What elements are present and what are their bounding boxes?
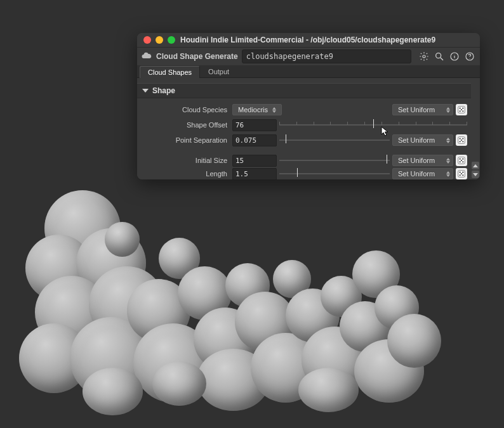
randomize-button[interactable] — [456, 104, 467, 115]
section-shape[interactable]: Shape — [137, 83, 480, 98]
param-label: Cloud Species — [141, 106, 230, 113]
param-label: Initial Size — [141, 157, 230, 164]
randomize-button[interactable] — [456, 134, 467, 146]
node-name-input[interactable] — [242, 49, 411, 63]
initial-size-input[interactable] — [232, 155, 277, 167]
set-uniform-button[interactable]: Set Uniform — [392, 134, 453, 146]
dropdown-arrows-icon — [446, 171, 450, 177]
svg-point-6 — [462, 108, 463, 109]
svg-point-20 — [460, 161, 461, 162]
param-cloud-species: Cloud Species Mediocris Set Uniform — [137, 102, 480, 117]
svg-point-23 — [460, 172, 461, 173]
svg-point-7 — [461, 109, 462, 110]
parameter-window: Houdini Indie Limited-Commercial - /obj/… — [137, 33, 480, 179]
chevron-down-icon — [142, 89, 149, 93]
point-separation-slider[interactable] — [279, 137, 390, 143]
param-initial-size: Initial Size Set Uniform — [137, 153, 480, 168]
search-icon[interactable] — [433, 50, 446, 63]
dropdown-arrows-icon — [272, 107, 276, 113]
dropdown-arrows-icon — [446, 138, 450, 143]
svg-point-24 — [462, 172, 463, 173]
param-length: Length Set Uniform — [137, 168, 480, 179]
dropdown-arrows-icon — [446, 158, 450, 164]
length-slider[interactable] — [279, 171, 390, 177]
svg-point-18 — [462, 159, 463, 160]
point-separation-input[interactable] — [232, 134, 277, 146]
shape-offset-input[interactable] — [232, 119, 277, 131]
svg-point-11 — [460, 138, 461, 139]
titlebar[interactable]: Houdini Indie Limited-Commercial - /obj/… — [137, 33, 480, 48]
node-header: Cloud Shape Generate — [137, 48, 480, 65]
param-label: Point Separation — [141, 136, 230, 144]
randomize-button[interactable] — [456, 168, 467, 179]
length-input[interactable] — [232, 168, 277, 179]
info-icon[interactable] — [448, 50, 461, 63]
maximize-icon[interactable] — [168, 36, 175, 44]
svg-point-17 — [460, 159, 461, 160]
svg-point-5 — [460, 108, 461, 109]
svg-point-19 — [461, 160, 462, 161]
cloud-species-dropdown[interactable]: Mediocris — [232, 104, 282, 115]
svg-point-13 — [461, 139, 462, 141]
param-point-separation: Point Separation Set Uniform — [137, 133, 480, 148]
svg-point-21 — [462, 161, 463, 162]
set-uniform-button[interactable]: Set Uniform — [392, 168, 453, 179]
tab-cloud-shapes[interactable]: Cloud Shapes — [140, 66, 200, 78]
svg-point-25 — [461, 173, 462, 174]
svg-point-14 — [460, 141, 461, 142]
set-uniform-button[interactable]: Set Uniform — [392, 155, 453, 166]
node-type-label: Cloud Shape Generate — [156, 52, 238, 61]
svg-point-0 — [423, 55, 425, 58]
param-label: Shape Offset — [141, 121, 230, 129]
svg-point-27 — [462, 174, 463, 176]
scroll-down-button[interactable] — [472, 171, 479, 178]
cloud-node-icon — [141, 51, 152, 62]
shape-offset-slider[interactable] — [279, 122, 467, 128]
svg-point-9 — [462, 110, 463, 112]
param-shape-offset: Shape Offset — [137, 117, 480, 133]
viewport-render — [0, 165, 457, 425]
svg-point-12 — [462, 138, 463, 139]
parameter-panel: Shape Cloud Species Mediocris Set Unifor… — [137, 78, 480, 179]
window-title: Houdini Indie Limited-Commercial - /obj/… — [180, 36, 435, 44]
set-uniform-button[interactable]: Set Uniform — [392, 104, 453, 115]
dropdown-arrows-icon — [446, 107, 450, 113]
randomize-button[interactable] — [456, 155, 467, 166]
minimize-icon[interactable] — [156, 36, 163, 44]
scroll-up-button[interactable] — [472, 162, 479, 169]
initial-size-slider[interactable] — [279, 157, 390, 164]
tab-output[interactable]: Output — [200, 65, 237, 77]
svg-point-26 — [460, 174, 461, 176]
close-icon[interactable] — [143, 36, 151, 44]
section-title: Shape — [152, 86, 175, 95]
tab-bar: Cloud Shapes Output — [137, 65, 480, 78]
param-label: Length — [141, 170, 230, 178]
gear-icon[interactable] — [418, 50, 430, 63]
svg-point-15 — [462, 141, 463, 142]
svg-point-8 — [460, 110, 461, 112]
svg-point-1 — [436, 53, 441, 58]
help-icon[interactable] — [463, 50, 476, 63]
